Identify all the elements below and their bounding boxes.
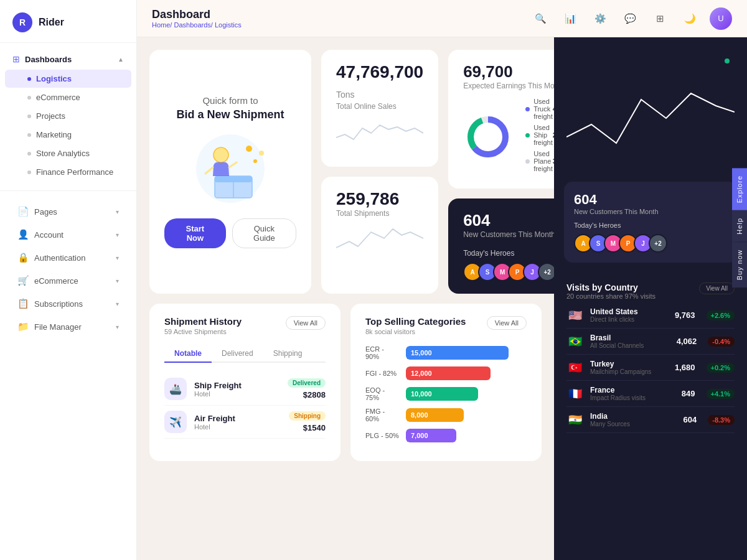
app-logo[interactable]: R Rider: [0, 0, 136, 43]
bar-label-fgi: FGI - 82%: [365, 370, 400, 377]
country-val-turkey: 1,680: [675, 363, 695, 372]
truck-dot: [525, 107, 530, 111]
topbar-left: Dashboard Home/ Dashboards/ Logistics: [152, 8, 242, 29]
sidebar: R Rider ⊞ Dashboards ▲ Logistics eCommer…: [0, 0, 137, 560]
bar-track-ecr: 15,000: [406, 346, 527, 360]
selling-view-all[interactable]: View All: [487, 316, 527, 330]
logo-icon: R: [12, 12, 32, 32]
dot-icon: [27, 114, 31, 118]
country-name-usa: United States: [590, 307, 669, 316]
country-info-india: India Many Sources: [590, 412, 677, 427]
sidebar-item-finance-performance[interactable]: Finance Performance: [5, 163, 131, 181]
selling-header: Top Selling Categories 8k social visitor…: [365, 316, 527, 335]
dashboards-group[interactable]: ⊞ Dashboards ▲: [0, 49, 136, 69]
flag-brasil: 🇧🇷: [566, 335, 584, 348]
country-item-turkey: 🇹🇷 Turkey Mailchimp Campaigns 1,680 +0.2…: [566, 355, 735, 381]
bar-track-fgi: 12,000: [406, 366, 527, 380]
shipment-item-2: ✈️ Air Freight Hotel Shipping $1540: [164, 406, 326, 439]
ship-freight-icon: 🚢: [164, 378, 187, 400]
dashboards-label: Dashboards: [25, 55, 72, 64]
shipment-title: Shipment History: [164, 316, 242, 327]
sidebar-item-projects[interactable]: Projects: [5, 107, 131, 125]
ship-dot: [525, 133, 530, 138]
search-button[interactable]: 🔍: [530, 9, 550, 29]
total-shipments-card: 259,786 Total Shipments: [321, 177, 438, 294]
theme-toggle[interactable]: 🌙: [680, 9, 700, 29]
account-icon: 👤: [17, 229, 29, 240]
country-item-usa: 🇺🇸 United States Direct link clicks 9,76…: [566, 302, 735, 329]
ship-name-1: Ship Freight: [194, 381, 280, 390]
country-info-turkey: Turkey Mailchimp Campaigns: [590, 360, 669, 375]
heroes-label: Today's Heroes: [463, 249, 554, 258]
status-indicator: [725, 55, 730, 66]
settings-button[interactable]: ⚙️: [590, 9, 610, 29]
shipment-history-card: Shipment History 59 Active Shipments Vie…: [149, 304, 341, 461]
sidebar-item-subscriptions[interactable]: 📋 Subscriptions ▾: [5, 292, 131, 315]
svg-point-4: [214, 147, 228, 162]
help-tab[interactable]: Help: [732, 210, 747, 242]
country-sub-usa: Direct link clicks: [590, 316, 669, 323]
country-sub-france: Impact Radius visits: [590, 394, 675, 401]
sidebar-item-store-analytics[interactable]: Store Analytics: [5, 144, 131, 162]
sidebar-item-file-manager[interactable]: 📁 File Manager ▾: [5, 315, 131, 338]
donut-row: Used Truck freight 45% Used Ship freight: [463, 98, 554, 176]
visits-view-all[interactable]: View All: [699, 282, 735, 294]
sidebar-item-pages[interactable]: 📄 Pages ▾: [5, 200, 131, 223]
sidebar-item-account[interactable]: 👤 Account ▾: [5, 223, 131, 246]
start-now-button[interactable]: Start Now: [164, 218, 226, 248]
buy-now-tab[interactable]: Buy now: [732, 242, 747, 287]
heroes-avatars: A S M P J +2: [463, 263, 554, 281]
auth-chevron: ▾: [116, 254, 119, 261]
tab-notable[interactable]: Notable: [164, 345, 212, 363]
dot-icon: [27, 170, 31, 174]
breadcrumb-home: Home/: [152, 21, 174, 29]
country-name-france: France: [590, 386, 675, 394]
sidebar-item-ecommerce-main[interactable]: 🛒 eCommerce ▾: [5, 269, 131, 292]
sidebar-item-ecommerce[interactable]: eCommerce: [5, 88, 131, 106]
new-customers-card: 604 New Customers This Month Today's Her…: [448, 198, 554, 294]
legend-ship: Used Ship freight 21%: [525, 124, 554, 146]
shipment-subtitle: 59 Active Shipments: [164, 328, 242, 335]
tab-shipping[interactable]: Shipping: [263, 345, 312, 363]
ecommerce-chevron: ▾: [116, 278, 119, 284]
page-title: Dashboard: [152, 8, 242, 21]
chat-button[interactable]: 💬: [620, 9, 640, 29]
right-panel: 604 New Customers This Month Today's Her…: [554, 37, 747, 560]
center-panel: Quick form to Bid a New Shipment: [137, 37, 554, 560]
bar-track-eoq: 10,000: [406, 387, 527, 401]
online-sales-value: 47,769,700 Tons: [336, 62, 423, 102]
user-avatar[interactable]: U: [710, 7, 732, 30]
side-tabs: Explore Help Buy now: [732, 168, 747, 287]
country-item-france: 🇫🇷 France Impact Radius visits 849 +4.1%: [566, 381, 735, 407]
breadcrumb: Home/ Dashboards/ Logistics: [152, 21, 242, 29]
ship-amount-1: $2808: [303, 390, 326, 399]
sidebar-item-logistics[interactable]: Logistics: [5, 70, 131, 88]
bar-fill-plg: 7,000: [406, 429, 456, 442]
sidebar-item-marketing[interactable]: Marketing: [5, 126, 131, 144]
country-name-india: India: [590, 412, 677, 421]
country-sub-brasil: All Social Channels: [590, 342, 670, 349]
dashboards-section: ⊞ Dashboards ▲ Logistics eCommerce Proje…: [0, 43, 136, 188]
topbar-right: 🔍 📊 ⚙️ 💬 ⊞ 🌙 U: [530, 7, 732, 30]
content-area: Quick form to Bid a New Shipment: [137, 37, 747, 560]
bottom-row: Shipment History 59 Active Shipments Vie…: [149, 304, 542, 461]
country-sub-turkey: Mailchimp Campaigns: [590, 368, 669, 375]
top-selling-card: Top Selling Categories 8k social visitor…: [350, 304, 542, 461]
shipment-view-all[interactable]: View All: [286, 316, 326, 330]
auth-icon: 🔒: [17, 252, 29, 263]
bar-item-ecr: ECR - 90% 15,000: [365, 345, 527, 360]
sidebar-item-authentication[interactable]: 🔒 Authentication ▾: [5, 246, 131, 269]
tab-delivered[interactable]: Delivered: [212, 345, 263, 363]
explore-tab[interactable]: Explore: [732, 168, 747, 210]
bar-fill-ecr: 15,000: [406, 346, 509, 360]
flag-india: 🇮🇳: [566, 413, 584, 427]
analytics-button[interactable]: 📊: [560, 9, 580, 29]
bar-item-eoq: EOQ - 75% 10,000: [365, 386, 527, 401]
quick-guide-button[interactable]: Quick Guide: [232, 218, 296, 248]
legend-truck: Used Truck freight 45%: [525, 98, 554, 120]
grid-button[interactable]: ⊞: [650, 9, 670, 29]
earnings-column: 69,700 Expected Earnings This Month: [448, 50, 554, 294]
hero-illustration: [181, 131, 280, 206]
country-item-brasil: 🇧🇷 Brasil All Social Channels 4,062 -0.4…: [566, 329, 735, 355]
dark-hero-extra: +2: [649, 234, 667, 253]
